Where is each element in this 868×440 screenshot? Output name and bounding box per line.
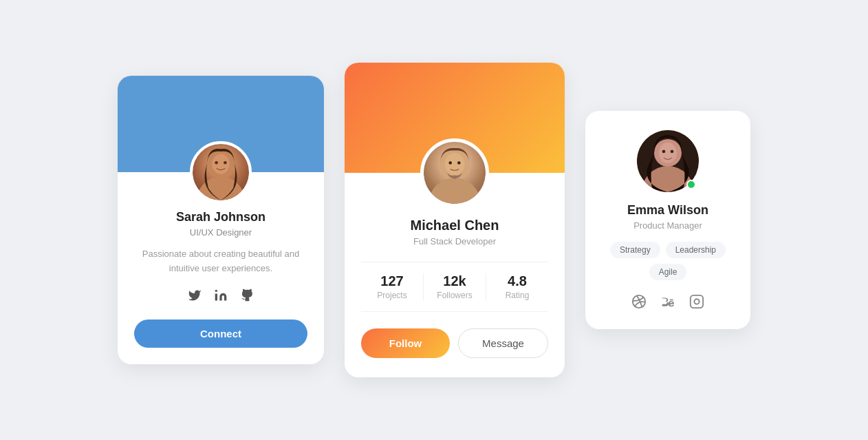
- svg-point-4: [224, 161, 227, 165]
- svg-point-9: [448, 161, 452, 165]
- michael-stats: 127 Projects 12k Followers 4.8 Rating: [361, 262, 548, 312]
- michael-card-header: [345, 63, 565, 173]
- stat-projects: 127 Projects: [361, 273, 424, 300]
- tag-leadership: Leadership: [666, 242, 726, 258]
- sarah-card-header: [118, 76, 324, 172]
- svg-point-2: [212, 154, 230, 174]
- svg-point-10: [457, 161, 461, 165]
- svg-point-15: [662, 150, 666, 154]
- twitter-icon[interactable]: [188, 289, 202, 306]
- sarah-avatar-wrapper: [190, 141, 252, 203]
- stat-projects-label: Projects: [361, 291, 423, 300]
- stat-followers-label: Followers: [424, 291, 486, 300]
- svg-point-0: [197, 177, 244, 201]
- svg-point-5: [215, 289, 217, 291]
- behance-icon[interactable]: [660, 294, 675, 313]
- stat-followers-value: 12k: [424, 273, 486, 289]
- michael-action-buttons: Follow Message: [361, 328, 548, 358]
- card-emma: Emma Wilson Product Manager Strategy Lea…: [585, 111, 750, 329]
- svg-point-3: [215, 161, 218, 165]
- sarah-social-icons: [134, 289, 307, 306]
- message-button[interactable]: Message: [458, 328, 548, 358]
- svg-point-16: [671, 150, 674, 154]
- sarah-avatar: [193, 144, 249, 200]
- stat-rating-value: 4.8: [486, 273, 548, 289]
- michael-avatar: [424, 142, 486, 204]
- emma-name: Emma Wilson: [602, 203, 734, 218]
- cards-container: Sarah Johnson UI/UX Designer Passionate …: [90, 35, 778, 405]
- stat-projects-value: 127: [361, 273, 423, 289]
- emma-online-dot: [686, 180, 696, 189]
- svg-point-8: [445, 153, 465, 175]
- github-icon[interactable]: [240, 289, 254, 306]
- connect-button[interactable]: Connect: [134, 319, 307, 348]
- stat-rating-label: Rating: [486, 291, 548, 300]
- dribbble-icon[interactable]: [631, 294, 647, 313]
- linkedin-icon[interactable]: [214, 289, 228, 306]
- sarah-role: UI/UX Designer: [134, 227, 307, 238]
- stat-followers: 12k Followers: [424, 273, 486, 300]
- svg-point-6: [428, 178, 481, 204]
- emma-role: Product Manager: [602, 220, 734, 231]
- michael-role: Full Stack Developer: [361, 236, 548, 247]
- tag-strategy: Strategy: [610, 242, 660, 258]
- sarah-name: Sarah Johnson: [134, 210, 307, 224]
- card-michael: Michael Chen Full Stack Developer 127 Pr…: [345, 63, 565, 377]
- emma-tags: Strategy Leadership Agile: [602, 242, 734, 280]
- card-sarah: Sarah Johnson UI/UX Designer Passionate …: [118, 76, 324, 364]
- sarah-bio: Passionate about creating beautiful and …: [134, 247, 307, 276]
- michael-avatar-wrapper: [420, 138, 489, 207]
- emma-avatar-wrapper: [637, 130, 699, 192]
- follow-button[interactable]: Follow: [361, 328, 450, 358]
- svg-rect-18: [691, 295, 703, 308]
- emma-social-icons: [602, 294, 734, 313]
- stat-rating: 4.8 Rating: [486, 273, 548, 300]
- michael-name: Michael Chen: [361, 218, 548, 233]
- tag-agile: Agile: [649, 264, 687, 280]
- svg-point-14: [659, 143, 677, 163]
- instagram-icon[interactable]: [689, 294, 704, 313]
